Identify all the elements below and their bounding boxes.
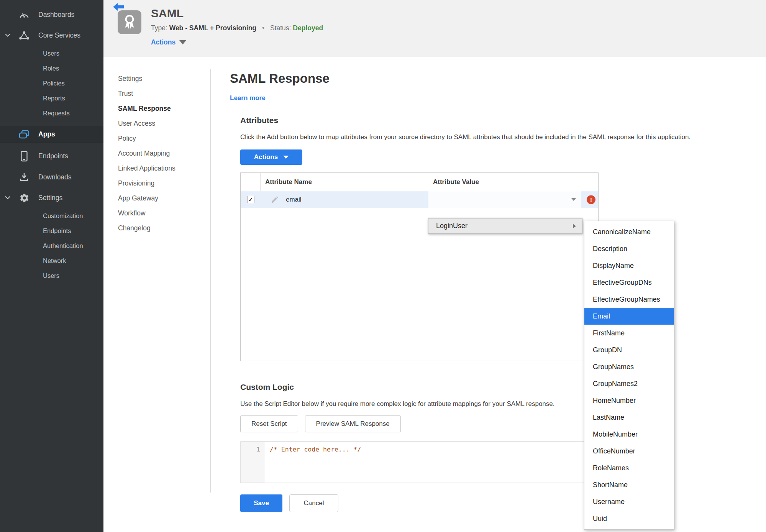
sidebar-subitem[interactable]: Network xyxy=(0,253,103,268)
subnav-item[interactable]: Account Mapping xyxy=(118,146,204,161)
sidebar-subitem[interactable]: Users xyxy=(0,46,103,61)
subnav-item[interactable]: Trust xyxy=(118,86,204,101)
error-icon: ! xyxy=(587,195,595,204)
sidebar-item-settings[interactable]: Settings xyxy=(0,189,103,206)
attributes-actions-label: Actions xyxy=(254,153,278,161)
subnav-item[interactable]: SAML Response xyxy=(118,101,204,116)
chevron-down-icon[interactable] xyxy=(5,34,10,37)
preview-saml-response-button[interactable]: Preview SAML Response xyxy=(305,415,401,432)
cancel-button[interactable]: Cancel xyxy=(289,494,338,512)
value-menu-option[interactable]: Uuid xyxy=(584,510,674,527)
header-actions-menu[interactable]: Actions xyxy=(151,38,323,46)
reset-script-button[interactable]: Reset Script xyxy=(240,415,298,432)
subnav-item[interactable]: Changelog xyxy=(118,221,204,236)
subnav-item[interactable]: Settings xyxy=(118,71,204,86)
sidebar-item-endpoints[interactable]: Endpoints xyxy=(0,148,103,164)
gauge-icon xyxy=(18,10,30,19)
sidebar: Dashboards Core Services UsersRolesPolic… xyxy=(0,0,103,532)
sidebar-item-label: Dashboards xyxy=(0,11,74,19)
apps-icon xyxy=(18,130,30,140)
gear-icon xyxy=(18,193,30,203)
status-value: Deployed xyxy=(293,24,323,32)
sidebar-item-label: Core Services xyxy=(0,31,80,39)
sidebar-item-downloads[interactable]: Downloads xyxy=(0,169,103,186)
value-menu-option[interactable]: GroupNames xyxy=(584,358,674,375)
mobile-device-icon xyxy=(18,151,30,162)
sidebar-subitem[interactable]: Endpoints xyxy=(0,223,103,238)
sidebar-subitem[interactable]: Customization xyxy=(0,209,103,223)
subnav-item[interactable]: Policy xyxy=(118,131,204,146)
value-menu-option[interactable]: Description xyxy=(584,240,674,257)
core-services-icon xyxy=(18,31,30,40)
value-menu-option[interactable]: Email xyxy=(584,308,674,325)
sidebar-subitem[interactable]: Roles xyxy=(0,61,103,76)
attributes-description: Click the Add button below to map attrib… xyxy=(240,133,761,141)
value-menu-option[interactable]: ShortName xyxy=(584,476,674,493)
value-menu-option[interactable]: RoleNames xyxy=(584,460,674,476)
attribute-value-select[interactable] xyxy=(428,191,581,208)
value-menu-root-item[interactable]: LoginUser xyxy=(428,218,582,234)
value-menu-options: CanonicalizeNameDescriptionDisplayNameEf… xyxy=(584,221,674,530)
checkmark-icon: ✓ xyxy=(248,196,253,203)
sidebar-item-core-services[interactable]: Core Services xyxy=(0,27,103,44)
script-editor: 1 /* Enter code here... */ xyxy=(240,442,599,483)
subnav-item[interactable]: User Access xyxy=(118,116,204,131)
attributes-table-header: Attribute Name Attribute Value xyxy=(241,173,598,191)
value-menu-option[interactable]: GroupNames2 xyxy=(584,375,674,392)
value-menu-option[interactable]: GroupDN xyxy=(584,342,674,358)
attributes-heading: Attributes xyxy=(240,116,761,125)
subnav-item[interactable]: Linked Applications xyxy=(118,161,204,176)
subnav-item[interactable]: App Gateway xyxy=(118,191,204,206)
value-menu-option[interactable]: FirstName xyxy=(584,325,674,342)
vertical-divider xyxy=(210,69,211,493)
custom-logic-heading: Custom Logic xyxy=(240,383,761,392)
value-menu-root-label: LoginUser xyxy=(436,222,467,230)
page-title: SAML Response xyxy=(230,71,761,86)
editor-code-area[interactable]: /* Enter code here... */ xyxy=(264,442,598,483)
chevron-down-icon[interactable] xyxy=(5,196,10,200)
value-menu-option[interactable]: LastName xyxy=(584,409,674,426)
caret-down-icon xyxy=(179,40,186,44)
subnav-item[interactable]: Provisioning xyxy=(118,176,204,191)
learn-more-link[interactable]: Learn more xyxy=(230,94,266,102)
editor-line-number: 1 xyxy=(241,442,264,483)
select-column-header xyxy=(241,173,261,191)
app-title: SAML xyxy=(151,7,323,20)
row-checkbox[interactable]: ✓ xyxy=(247,196,254,203)
caret-down-icon xyxy=(283,156,289,159)
save-button[interactable]: Save xyxy=(240,494,282,512)
value-menu-option[interactable]: OfficeNumber xyxy=(584,443,674,460)
attribute-name-column-header: Attribute Name xyxy=(261,173,428,191)
type-label: Type: xyxy=(151,24,167,32)
attributes-actions-button[interactable]: Actions xyxy=(240,149,302,165)
value-menu-option[interactable]: DisplayName xyxy=(584,257,674,274)
download-icon xyxy=(18,172,30,182)
sidebar-item-dashboards[interactable]: Dashboards xyxy=(0,6,103,23)
app-subnav: SettingsTrustSAML ResponseUser AccessPol… xyxy=(118,71,204,236)
value-menu-option[interactable]: MobileNumber xyxy=(584,426,674,443)
value-menu-option[interactable]: CanonicalizeName xyxy=(584,223,674,240)
subnav-item[interactable]: Workflow xyxy=(118,206,204,221)
attribute-name-value: email xyxy=(286,196,302,204)
edit-pencil-icon[interactable] xyxy=(271,195,279,204)
sidebar-settings-sublist: CustomizationEndpointsAuthenticationNetw… xyxy=(0,209,103,283)
value-menu-option[interactable]: EffectiveGroupNames xyxy=(584,291,674,308)
status-label: Status: xyxy=(270,24,291,32)
sidebar-subitem[interactable]: Reports xyxy=(0,91,103,106)
custom-logic-description: Use the Script Editor below if you requi… xyxy=(240,400,761,408)
sidebar-subitem[interactable]: Authentication xyxy=(0,238,103,253)
sidebar-subitem[interactable]: Policies xyxy=(0,76,103,91)
sidebar-subitem[interactable]: Requests xyxy=(0,106,103,121)
app-badge-icon xyxy=(118,10,141,34)
value-menu-option[interactable]: EffectiveGroupDNs xyxy=(584,274,674,291)
value-menu-option[interactable]: HomeNumber xyxy=(584,392,674,409)
app-header: SAML Type: Web - SAML + Provisioning • S… xyxy=(103,0,766,57)
app-meta: Type: Web - SAML + Provisioning • Status… xyxy=(151,24,323,32)
value-menu-option[interactable]: Username xyxy=(584,493,674,510)
sidebar-item-label: Endpoints xyxy=(0,152,68,160)
chevron-right-icon xyxy=(573,224,576,228)
main-content: SAML Response Learn more Attributes Clic… xyxy=(230,57,761,512)
sidebar-subitem[interactable]: Users xyxy=(0,268,103,283)
sidebar-item-apps[interactable]: Apps xyxy=(0,126,103,143)
attributes-table: Attribute Name Attribute Value ✓ email xyxy=(240,172,599,361)
